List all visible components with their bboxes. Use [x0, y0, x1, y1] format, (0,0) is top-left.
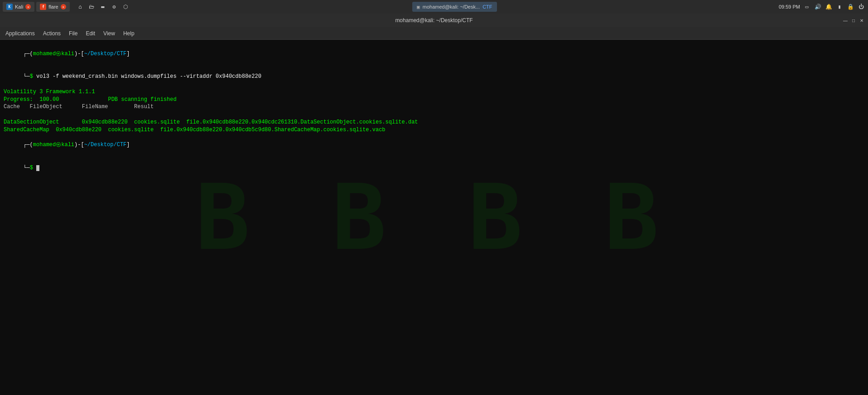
notification-icon[interactable]: 🔔: [825, 3, 833, 11]
terminal-taskbar-tab[interactable]: ▣ mohamed@kali: ~/Desk... CTF: [412, 2, 497, 12]
terminal-window: mohamed@kali: ~/Desktop/CTF — □ ✕ Applic…: [0, 14, 868, 395]
terminal-line-7: SharedCacheMap 0x940cdb88e220 cookies.sq…: [4, 126, 864, 134]
terminal-titlebar: mohamed@kali: ~/Desktop/CTF — □ ✕: [0, 14, 868, 27]
lock-icon[interactable]: 🔒: [846, 3, 854, 11]
terminal-tab-icon: ▣: [417, 4, 420, 10]
close-window-button[interactable]: ✕: [858, 17, 865, 24]
terminal-line-1: ┌─(mohamed㉿kali)-[~/Desktop/CTF]: [4, 43, 864, 65]
kali-app-tab[interactable]: K Kali ✕: [3, 2, 34, 12]
taskbar-left: K Kali ✕ f flare ✕ ⌂ 🗁 ▬ ⚙ ⬡: [3, 2, 130, 12]
window-controls: — □ ✕: [842, 17, 865, 24]
settings-icon[interactable]: ⚙: [109, 2, 119, 12]
battery-icon[interactable]: ▮: [835, 3, 844, 11]
terminal-line-3: Progress: 100.00 PDB scanning finished: [4, 96, 864, 104]
flare-close-button[interactable]: ✕: [61, 4, 66, 10]
kali-icon: K: [6, 4, 13, 10]
taskbar: K Kali ✕ f flare ✕ ⌂ 🗁 ▬ ⚙ ⬡ ▣ mohamed@k…: [0, 0, 868, 14]
help-menu[interactable]: Help: [120, 29, 138, 38]
view-menu[interactable]: View: [100, 29, 119, 38]
terminal-content[interactable]: B B B B ┌─(mohamed㉿kali)-[~/Desktop/CTF]…: [0, 40, 868, 395]
file-menu[interactable]: File: [65, 29, 81, 38]
terminal-line-2: Volatility 3 Framework 1.1.1: [4, 88, 864, 96]
taskbar-right: 09:59 PM ▭ 🔊 🔔 ▮ 🔒 ⏻: [779, 3, 865, 11]
files-icon[interactable]: 🗁: [87, 2, 96, 12]
time-display: 09:59 PM: [779, 4, 800, 10]
actions-menu[interactable]: Actions: [39, 29, 64, 38]
applications-menu[interactable]: Applications: [2, 29, 39, 38]
volume-icon[interactable]: 🔊: [814, 3, 822, 11]
flare-tab-label: flare: [48, 4, 58, 10]
terminal-line-6: DataSectionObject 0x940cdb88e220 cookies…: [4, 119, 864, 126]
terminal-title: mohamed@kali: ~/Desktop/CTF: [0, 17, 868, 24]
terminal-line-4: Cache FileObject FileName Result: [4, 103, 864, 111]
edit-menu[interactable]: Edit: [82, 29, 99, 38]
taskbar-icons: ⌂ 🗁 ▬ ⚙ ⬡: [75, 2, 130, 12]
terminal-line-8: ┌─(mohamed㉿kali)-[~/Desktop/CTF]: [4, 134, 864, 157]
flare-app-tab[interactable]: f flare ✕: [36, 2, 69, 12]
menu-bar: Applications Actions File Edit View Help: [0, 27, 868, 40]
taskbar-center: ▣ mohamed@kali: ~/Desk... CTF: [130, 2, 779, 12]
terminal-line-1b: └─$ vol3 -f weekend_crash.bin windows.du…: [4, 65, 864, 88]
kali-tab-label: Kali: [15, 4, 23, 10]
terminal-tab-folder: CTF: [482, 4, 492, 10]
home-icon[interactable]: ⌂: [75, 2, 85, 12]
power-icon[interactable]: ⏻: [857, 3, 865, 11]
terminal-line-9: └─$: [4, 157, 864, 179]
maximize-button[interactable]: □: [850, 17, 857, 24]
terminal-tab-path: mohamed@kali: ~/Desk...: [423, 4, 480, 10]
terminal-line-5: [4, 111, 864, 119]
minimize-button[interactable]: —: [842, 17, 849, 24]
window-icon[interactable]: ▬: [98, 2, 108, 12]
screen-icon[interactable]: ▭: [803, 3, 811, 11]
shield-icon[interactable]: ⬡: [121, 2, 130, 12]
flare-icon: f: [40, 4, 46, 10]
kali-close-button[interactable]: ✕: [25, 4, 31, 10]
terminal-cursor: [36, 165, 39, 171]
